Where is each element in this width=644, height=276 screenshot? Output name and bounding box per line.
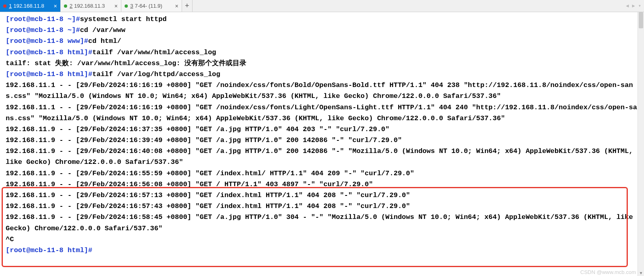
- terminal-line: 192.168.11.1 - - [29/Feb/2024:16:16:19 +…: [6, 102, 641, 124]
- tab-nav-menu-icon[interactable]: ▾: [637, 3, 642, 9]
- shell-output: 192.168.11.1 - - [29/Feb/2024:16:16:19 +…: [6, 81, 633, 100]
- shell-output: tailf: stat 失败: /var/www/html/access_log…: [6, 59, 246, 67]
- watermark-text: CSDN @www.mcb.com: [580, 269, 636, 275]
- terminal-output[interactable]: [root@mcb-11-8 ~]#systemctl start httpd[…: [0, 12, 644, 256]
- terminal-line: [root@mcb-11-8 html]#tailf /var/www/html…: [6, 47, 641, 58]
- shell-prompt: [root@mcb-11-8 ~]#: [6, 26, 80, 34]
- tab-label: 7-64- (11.9): [135, 3, 162, 9]
- shell-prompt: [root@mcb-11-8 www]#: [6, 37, 88, 45]
- shell-prompt: [root@mcb-11-8 html]#: [6, 49, 92, 56]
- terminal-line: 192.168.11.9 - - [29/Feb/2024:16:56:08 +…: [6, 179, 641, 190]
- shell-output: 192.168.11.9 - - [29/Feb/2024:16:57:43 +…: [6, 202, 410, 210]
- scroll-down-icon[interactable]: ▼: [638, 271, 644, 276]
- add-tab-button[interactable]: +: [182, 0, 193, 12]
- shell-output: 192.168.11.9 - - [29/Feb/2024:16:55:59 +…: [6, 170, 414, 177]
- terminal-line: [root@mcb-11-8 html]#tailf /var/log/http…: [6, 69, 641, 80]
- shell-prompt: [root@mcb-11-8 html]#: [6, 246, 92, 254]
- shell-output: 192.168.11.9 - - [29/Feb/2024:16:56:08 +…: [6, 180, 373, 188]
- tab-2[interactable]: 2 192.168.11.3×: [61, 0, 121, 12]
- shell-command: cd /var/www: [80, 26, 125, 34]
- terminal-line: 192.168.11.1 - - [29/Feb/2024:16:16:19 +…: [6, 80, 641, 102]
- shell-output: ^C: [6, 236, 14, 243]
- tab-bar: 1 192.168.11.8×2 192.168.11.3×3 7-64- (1…: [0, 0, 644, 12]
- status-dot-icon: [64, 4, 67, 8]
- tab-nav-right-icon[interactable]: ▶: [631, 3, 636, 9]
- tab-number: 1: [9, 3, 12, 9]
- shell-command: tailf /var/log/httpd/access_log: [92, 70, 220, 78]
- shell-prompt: [root@mcb-11-8 ~]#: [6, 15, 80, 23]
- shell-output: 192.168.11.9 - - [29/Feb/2024:16:57:13 +…: [6, 191, 410, 199]
- terminal-line: 192.168.11.9 - - [29/Feb/2024:16:57:43 +…: [6, 201, 641, 212]
- shell-prompt: [root@mcb-11-8 html]#: [6, 70, 92, 78]
- status-dot-icon: [125, 4, 128, 8]
- shell-output: 192.168.11.9 - - [29/Feb/2024:16:37:35 +…: [6, 125, 390, 133]
- terminal-line: 192.168.11.9 - - [29/Feb/2024:16:58:45 +…: [6, 212, 641, 234]
- shell-command: tailf /var/www/html/access_log: [92, 49, 216, 56]
- tab-label: 192.168.11.3: [74, 3, 105, 9]
- shell-output: 192.168.11.1 - - [29/Feb/2024:16:16:19 +…: [6, 104, 637, 122]
- terminal-line: 192.168.11.9 - - [29/Feb/2024:16:57:13 +…: [6, 190, 641, 201]
- tab-label: 192.168.11.8: [13, 3, 44, 9]
- shell-output: 192.168.11.9 - - [29/Feb/2024:16:40:08 +…: [6, 147, 637, 166]
- scrollbar-thumb[interactable]: [639, 12, 643, 28]
- terminal-line: 192.168.11.9 - - [29/Feb/2024:16:37:35 +…: [6, 124, 641, 135]
- terminal-line: 192.168.11.9 - - [29/Feb/2024:16:39:49 +…: [6, 135, 641, 146]
- close-icon[interactable]: ×: [110, 3, 118, 9]
- terminal-line: 192.168.11.9 - - [29/Feb/2024:16:55:59 +…: [6, 168, 641, 179]
- terminal-line: ^C: [6, 234, 641, 245]
- shell-command: systemctl start httpd: [80, 15, 167, 23]
- terminal-line: [root@mcb-11-8 www]#cd html/: [6, 36, 641, 47]
- terminal-line: tailf: stat 失败: /var/www/html/access_log…: [6, 58, 641, 69]
- terminal-line: [root@mcb-11-8 ~]#cd /var/www: [6, 25, 641, 36]
- tab-nav: ◀ ▶ ▾: [625, 3, 644, 9]
- tab-1[interactable]: 1 192.168.11.8×: [0, 0, 61, 12]
- shell-output: 192.168.11.9 - - [29/Feb/2024:16:58:45 +…: [6, 213, 637, 232]
- tab-number: 2: [70, 3, 72, 9]
- vertical-scrollbar[interactable]: ▲ ▼: [638, 12, 644, 276]
- tab-nav-left-icon[interactable]: ◀: [625, 3, 630, 9]
- shell-output: 192.168.11.9 - - [29/Feb/2024:16:39:49 +…: [6, 136, 402, 144]
- close-icon[interactable]: ×: [50, 3, 57, 9]
- tab-number: 3: [130, 3, 133, 9]
- terminal-line: [root@mcb-11-8 html]#: [6, 245, 641, 256]
- tab-3[interactable]: 3 7-64- (11.9)×: [121, 0, 182, 12]
- terminal-line: 192.168.11.9 - - [29/Feb/2024:16:40:08 +…: [6, 146, 641, 168]
- status-dot-icon: [3, 4, 6, 8]
- terminal-line: [root@mcb-11-8 ~]#systemctl start httpd: [6, 14, 641, 25]
- close-icon[interactable]: ×: [171, 3, 178, 9]
- tabs-container: 1 192.168.11.8×2 192.168.11.3×3 7-64- (1…: [0, 0, 182, 12]
- shell-command: cd html/: [88, 37, 121, 45]
